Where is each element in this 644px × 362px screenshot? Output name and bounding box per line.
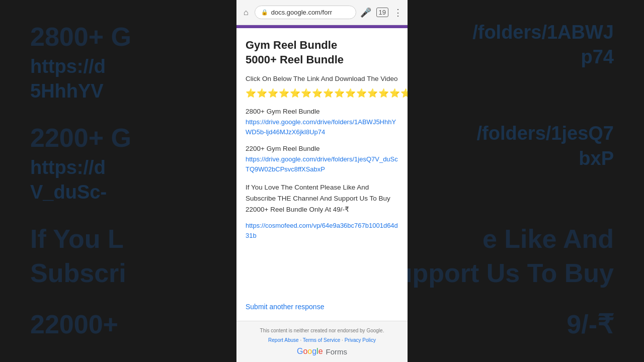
separator-1: · xyxy=(299,337,303,343)
bg-right-3: e Like And xyxy=(396,222,614,256)
bg-link-1b: 5HhhYV xyxy=(30,79,131,104)
menu-icon[interactable]: ⋮ xyxy=(393,7,403,18)
content-area: Gym Reel Bundle5000+ Reel Bundle Click O… xyxy=(236,28,408,321)
bg-link-2b: V_duSc- xyxy=(30,180,131,205)
bg-text-3b: Subscri xyxy=(30,256,126,291)
bg-right-1b: p74 xyxy=(472,45,614,69)
microphone-icon[interactable]: 🎤 xyxy=(360,7,371,18)
lock-icon: 🔒 xyxy=(261,9,268,16)
promo-text: If You Love The Content Please Like And … xyxy=(246,182,398,215)
tabs-icon[interactable]: 19 xyxy=(376,8,388,17)
footer-links: Report Abuse · Terms of Service · Privac… xyxy=(245,337,399,343)
bg-right-2: /folders/1jesQ7 xyxy=(477,121,614,146)
privacy-link[interactable]: Privacy Policy xyxy=(345,337,376,343)
bundle-2200-link[interactable]: https://drive.google.com/drive/folders/1… xyxy=(246,154,398,174)
stars-row: ⭐⭐⭐⭐⭐⭐⭐⭐⭐⭐⭐⭐⭐⭐⭐⭐⭐⭐ xyxy=(246,88,398,99)
bg-right-1: /folders/1ABWJ xyxy=(472,20,614,45)
bg-right-4: 9/-₹ xyxy=(567,308,614,342)
bundle-2800-label: 2800+ Gym Reel Bundle xyxy=(246,108,398,115)
bg-text-3: If You L xyxy=(30,222,126,256)
bg-link-2: https://d xyxy=(30,155,131,180)
footer: This content is neither created nor endo… xyxy=(236,321,408,362)
subtitle-text: Click On Below The Link And Download The… xyxy=(246,74,398,84)
browser-icons: 🎤 19 ⋮ xyxy=(360,7,403,18)
forms-wordmark: Forms xyxy=(326,347,348,356)
google-wordmark: Google xyxy=(297,347,323,356)
footer-disclaimer: This content is neither created nor endo… xyxy=(245,327,399,334)
bg-text-2: 2200+ G xyxy=(30,121,131,155)
bg-link-1: https://d xyxy=(30,54,131,79)
page-title: Gym Reel Bundle5000+ Reel Bundle xyxy=(246,38,398,67)
bundle-2200-label: 2200+ Gym Reel Bundle xyxy=(246,145,398,152)
bg-right-3b: upport Us To Buy xyxy=(396,256,614,291)
bundle-2800-link[interactable]: https://drive.google.com/drive/folders/1… xyxy=(246,117,398,137)
cosmo-link[interactable]: https://cosmofeed.com/vp/64e9a36bc767b10… xyxy=(246,221,398,240)
bg-right-2b: bxP xyxy=(477,146,614,171)
terms-link[interactable]: Terms of Service xyxy=(303,337,340,343)
submit-another-link[interactable]: Submit another response xyxy=(246,298,398,311)
bg-text-4: 22000+ xyxy=(30,308,118,342)
separator-2: · xyxy=(340,337,344,343)
url-text: docs.google.com/forr xyxy=(271,9,332,16)
report-abuse-link[interactable]: Report Abuse xyxy=(268,337,299,343)
bg-text-1: 2800+ G xyxy=(30,20,131,54)
phone-frame: ⌂ 🔒 docs.google.com/forr 🎤 19 ⋮ Gym Reel… xyxy=(236,0,408,362)
google-forms-logo: Google Forms xyxy=(245,347,399,356)
browser-chrome: ⌂ 🔒 docs.google.com/forr 🎤 19 ⋮ xyxy=(236,0,408,25)
home-button[interactable]: ⌂ xyxy=(242,6,251,19)
address-bar[interactable]: 🔒 docs.google.com/forr xyxy=(255,6,356,19)
